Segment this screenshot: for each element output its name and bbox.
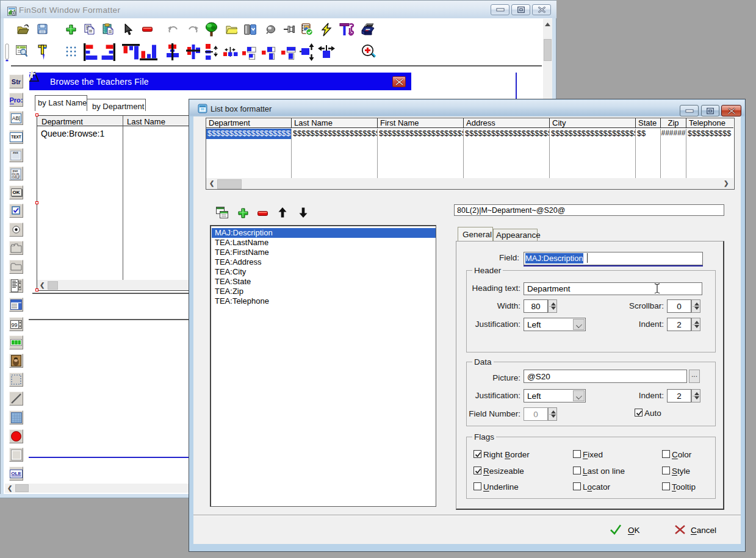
svg-text:99: 99 (12, 321, 18, 327)
svg-text:xvz: xvz (13, 169, 18, 173)
svg-text:xvz: xvz (13, 151, 18, 154)
svg-text:FLF: FLF (15, 176, 20, 179)
